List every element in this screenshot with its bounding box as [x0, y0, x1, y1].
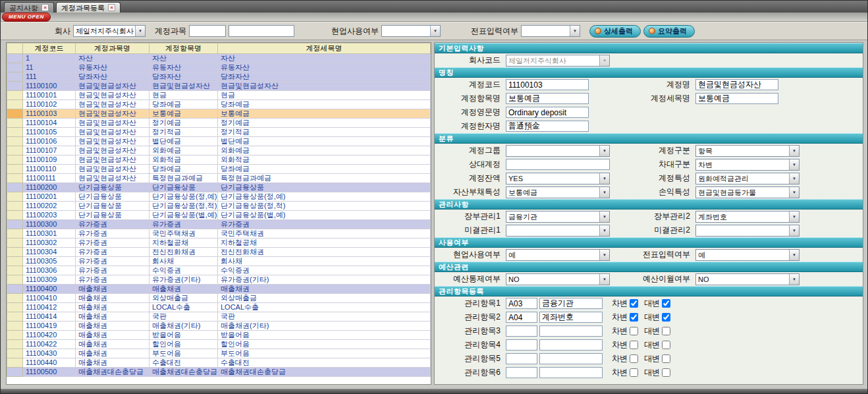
table-row[interactable]: 11100202 단기금융상품 단기금융상품(정,적) 단기금융상품(정,적): [7, 202, 431, 211]
mgmt-item-code-input[interactable]: [506, 367, 537, 378]
debit-checkbox[interactable]: [630, 299, 638, 308]
table-row[interactable]: 11100107 현금및현금성자산 외화예금 외화예금: [7, 146, 431, 155]
slip-entry-combo[interactable]: ▼: [521, 25, 580, 37]
close-icon[interactable]: ×: [108, 4, 115, 11]
close-icon[interactable]: ×: [41, 4, 49, 11]
table-row[interactable]: 11100103 현금및현금성자산 보통예금 보통예금: [7, 109, 431, 119]
table-row[interactable]: 11100104 현금및현금성자산 정기예금 정기예금: [7, 119, 431, 128]
table-row[interactable]: 11 유동자산 유동자산 유동자산: [7, 63, 431, 72]
account-division-combo[interactable]: 항목 ▼: [695, 145, 800, 157]
table-row[interactable]: 11100500 매출채권대손충당금 매출채권대손충당금 매출채권대손충당금: [7, 368, 431, 377]
table-row[interactable]: 11100412 매출채권 LOCAL수출 LOCAL수출: [7, 303, 431, 312]
mgmt-item-name-input[interactable]: [539, 298, 603, 309]
table-row[interactable]: 11100309 유가증권 유가증권(기타) 유가증권(기타): [7, 275, 431, 285]
account-trait-combo[interactable]: 원화예적금관리 ▼: [695, 173, 800, 184]
table-row[interactable]: 11100410 매출채권 외상매출금 외상매출금: [7, 294, 431, 303]
account-code-search-input[interactable]: [189, 25, 226, 37]
credit-checkbox[interactable]: [662, 368, 670, 377]
counter-account-input[interactable]: [506, 159, 610, 170]
table-row[interactable]: 11100100 현금및현금성자산 현금및현금성자산 현금및현금성자산: [7, 82, 431, 91]
table-row[interactable]: 11100430 매출채권 부도어음 부도어음: [7, 349, 431, 358]
panel-slip-entry-combo[interactable]: 예 ▼: [695, 249, 800, 261]
pending1-combo[interactable]: ▼: [506, 225, 610, 237]
table-row[interactable]: 11100106 현금및현금성자산 별단예금 별단예금: [7, 137, 431, 146]
app-window: 공지사항 × 계정과목등록 × MENU OPEN 회사 제일저지주식회사 ▼ …: [0, 0, 868, 394]
table-row[interactable]: 11100203 단기금융상품 단기금융상품(별,예) 단기금융상품(별,예): [7, 211, 431, 220]
table-row[interactable]: 111 당좌자산 당좌자산 당좌자산: [7, 72, 431, 82]
table-row[interactable]: 11100400 매출채권 매출채권 매출채권: [7, 285, 431, 294]
credit-checkbox[interactable]: [662, 299, 670, 308]
mgmt-item-code-input[interactable]: [506, 325, 537, 337]
table-row[interactable]: 11100110 현금및현금성자산 당좌예금 당좌예금: [7, 165, 431, 174]
table-row[interactable]: 1 자산 자산 자산: [7, 54, 431, 63]
mgmt-item-code-input[interactable]: [506, 339, 537, 351]
summary-print-button[interactable]: 요약출력: [643, 25, 695, 38]
debit-checkbox[interactable]: [630, 354, 638, 363]
pending2-combo[interactable]: ▼: [695, 225, 800, 237]
budget-carryover-combo[interactable]: NO ▼: [695, 273, 800, 285]
mgmt-item-code-input[interactable]: [506, 298, 537, 309]
mgmt-item-code-input[interactable]: [506, 312, 537, 323]
detail-print-button[interactable]: 상세출력: [589, 25, 641, 38]
cell-account-code: 11100306: [23, 266, 76, 275]
credit-checkbox[interactable]: [662, 341, 670, 349]
company-combo[interactable]: 제일저지주식회사 ▼: [73, 25, 146, 37]
table-row[interactable]: 11100102 현금및현금성자산 당좌예금 당좌예금: [7, 100, 431, 109]
table-row[interactable]: 11100301 유가증권 국민주택채권 국민주택채권: [7, 229, 431, 239]
credit-checkbox[interactable]: [662, 327, 670, 335]
table-row[interactable]: 11100420 매출채권 받을어음 받을어음: [7, 331, 431, 340]
section-basic-header: 기본입력사항: [435, 43, 863, 53]
hanja-name-input[interactable]: [506, 121, 589, 132]
credit-checkbox[interactable]: [662, 313, 670, 322]
ledger2-combo[interactable]: 계좌번호 ▼: [695, 211, 800, 223]
item-name-input[interactable]: [506, 93, 589, 104]
table-row[interactable]: 11100300 유가증권 유가증권 유가증권: [7, 220, 431, 229]
row-gutter: [7, 294, 23, 303]
mgmt-item-name-input[interactable]: [539, 353, 603, 364]
table-row[interactable]: 11100440 매출채권 수출대전 수출대전: [7, 358, 431, 368]
table-row[interactable]: 11100419 매출채권 매출채권(기타) 매출채권(기타): [7, 322, 431, 331]
table-row[interactable]: 11100105 현금및현금성자산 정기적금 정기적금: [7, 128, 431, 137]
table-row[interactable]: 11100109 현금및현금성자산 외화적금 외화적금: [7, 155, 431, 165]
table-row[interactable]: 11100200 단기금융상품 단기금융상품 단기금융상품: [7, 183, 431, 192]
mgmt-item-name-input[interactable]: [539, 339, 603, 351]
panel-field-use-combo[interactable]: 예 ▼: [506, 249, 610, 261]
table-row[interactable]: 11100305 유가증권 회사채 회사채: [7, 257, 431, 266]
mgmt-item-name-input[interactable]: [539, 312, 603, 323]
detail-name-input[interactable]: [695, 93, 778, 104]
mgmt-item-name-input[interactable]: [539, 325, 603, 337]
tab-account-registration[interactable]: 계정과목등록 ×: [56, 2, 121, 13]
row-gutter: [7, 312, 23, 322]
table-row[interactable]: 11100302 유가증권 지하철공채 지하철공채: [7, 239, 431, 248]
mgmt-item-name-input[interactable]: [539, 367, 603, 378]
debit-checkbox[interactable]: [630, 341, 638, 349]
credit-checkbox[interactable]: [662, 354, 670, 363]
table-row[interactable]: 11100414 매출채권 국판 국판: [7, 312, 431, 322]
field-use-combo[interactable]: ▼: [381, 25, 441, 37]
table-row[interactable]: 11100304 유가증권 전신전화채권 전신전화채권: [7, 248, 431, 257]
menu-open-button[interactable]: MENU OPEN: [2, 13, 51, 22]
debit-checkbox[interactable]: [630, 313, 638, 322]
debit-checkbox[interactable]: [630, 327, 638, 335]
table-row[interactable]: 11100111 현금및현금성자산 특정현금과예금 특정현금과예금: [7, 174, 431, 183]
table-row[interactable]: 11100101 현금및현금성자산 현금 현금: [7, 91, 431, 100]
mgmt-item-code-input[interactable]: [506, 353, 537, 364]
table-row[interactable]: 11100422 매출채권 할인어음 할인어음: [7, 340, 431, 349]
debit-checkbox[interactable]: [630, 368, 638, 377]
budget-control-combo[interactable]: NO ▼: [506, 273, 610, 285]
account-name-search-input[interactable]: [229, 25, 294, 37]
account-code-input[interactable]: [506, 79, 589, 90]
english-name-input[interactable]: [506, 107, 589, 118]
account-name-input[interactable]: [695, 79, 778, 90]
ledger1-combo[interactable]: 금융기관 ▼: [506, 211, 610, 223]
company-code-label: 회사코드: [435, 55, 503, 66]
tab-notice[interactable]: 공지사항 ×: [4, 2, 54, 13]
debit-credit-combo[interactable]: 차변 ▼: [695, 159, 800, 171]
asset-trait-combo[interactable]: 보통예금 ▼: [506, 186, 610, 198]
table-row[interactable]: 11100201 단기금융상품 단기금융상품(정,예) 단기금융상품(정,예): [7, 192, 431, 202]
pl-trait-combo[interactable]: 현금및현금등가물 ▼: [695, 186, 800, 198]
account-balance-combo[interactable]: YES ▼: [506, 173, 610, 184]
company-code-combo[interactable]: 제일저지주식회사 ▼: [506, 55, 610, 67]
table-row[interactable]: 11100306 유가증권 수익증권 수익증권: [7, 266, 431, 275]
account-group-combo[interactable]: ▼: [506, 145, 610, 157]
